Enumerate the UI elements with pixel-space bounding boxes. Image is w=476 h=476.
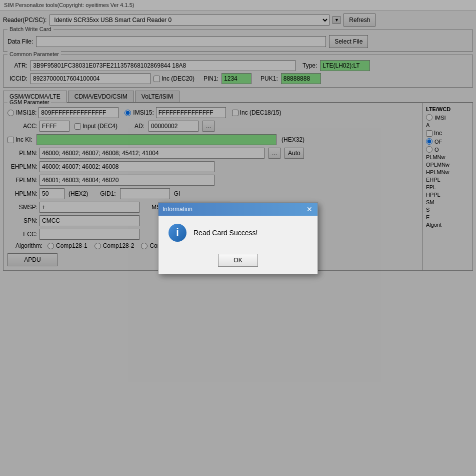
modal-ok-button[interactable]: OK [218,254,258,267]
modal-title: Information [162,206,192,213]
modal-title-bar: Information ✕ [158,203,318,216]
modal-message: Read Card Success! [194,229,258,237]
modal-close-button[interactable]: ✕ [306,205,314,213]
information-modal: Information ✕ i Read Card Success! OK [158,202,318,274]
modal-footer: OK [158,250,318,274]
info-icon: i [168,224,186,242]
modal-overlay: Information ✕ i Read Card Success! OK [0,0,476,476]
modal-content: i Read Card Success! [158,216,318,250]
